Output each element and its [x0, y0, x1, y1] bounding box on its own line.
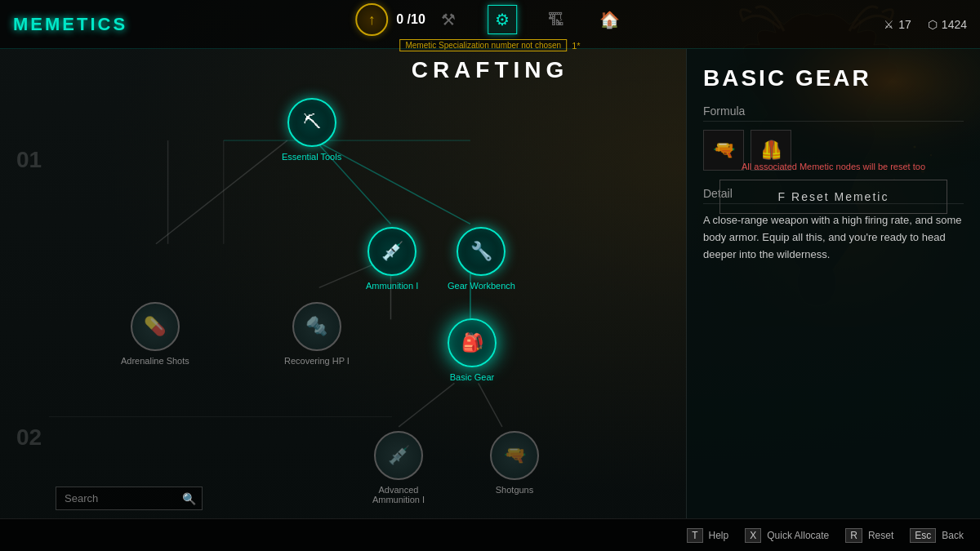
action-help[interactable]: T Help — [687, 528, 728, 543]
action-quick-allocate[interactable]: X Quick Allocate — [745, 528, 829, 543]
svg-line-15 — [399, 383, 454, 427]
node-circle-advanced-ammo: 💉 — [374, 431, 423, 480]
node-adrenaline-shots[interactable]: 💊 Adrenaline Shots — [121, 302, 189, 366]
svg-line-10 — [156, 140, 287, 244]
node-basic-gear[interactable]: 🎒 Basic Gear — [448, 318, 497, 382]
reset-key: R — [845, 528, 862, 543]
node-circle-gear-workbench: 🔧 — [457, 227, 506, 276]
spec-icon: ↑ — [355, 3, 388, 36]
top-bar: MEMETICS ↑ 0 /10 ⚒ ⚙ 🏗 🏠 Memetic Special… — [0, 0, 980, 49]
resource-crafting: ⬡ 1424 — [928, 18, 967, 31]
node-label-gear-workbench: Gear Workbench — [448, 281, 515, 291]
back-key: Esc — [910, 528, 936, 543]
tab-icons: ⚒ ⚙ 🏗 🏠 — [434, 5, 625, 34]
right-panel: BASIC GEAR Formula 🔫 🦺 Detail A close-ra… — [686, 49, 980, 518]
node-circle-essential-tools: ⛏ — [287, 98, 336, 147]
spec-warning: Memetic Specialization number not chosen — [399, 39, 567, 51]
help-key: T — [687, 528, 702, 543]
node-circle-recovering: 🔩 — [292, 302, 341, 351]
node-gear-workbench[interactable]: 🔧 Gear Workbench — [448, 227, 515, 291]
main-content: 01 02 ⛏ Essential Tools — [0, 49, 686, 518]
search-icon: 🔍 — [182, 492, 196, 505]
node-label-basic-gear: Basic Gear — [450, 372, 494, 382]
reset-warning: All associated Memetic nodes will be res… — [719, 162, 947, 171]
node-label-adrenaline: Adrenaline Shots — [121, 356, 189, 366]
node-circle-ammunition-1: 💉 — [368, 227, 416, 276]
node-essential-tools[interactable]: ⛏ Essential Tools — [282, 98, 341, 162]
weapon-count: 17 — [898, 18, 911, 31]
top-right: ⚔ 17 ⬡ 1424 — [884, 18, 967, 31]
search-bar[interactable]: 🔍 — [56, 487, 203, 510]
svg-line-16 — [479, 383, 502, 427]
node-label-advanced-ammo: Advanced Ammunition I — [366, 485, 431, 504]
tab-tools[interactable]: ⚒ — [434, 5, 463, 34]
panel-title: BASIC GEAR — [703, 65, 964, 91]
reset-button[interactable]: F Reset Memetic — [719, 180, 947, 214]
back-label: Back — [942, 530, 964, 541]
node-label-ammunition-1: Ammunition I — [366, 281, 418, 291]
row-label-01: 01 — [16, 147, 42, 173]
spec-counter: 0 /10 — [396, 12, 425, 27]
row-divider — [49, 416, 392, 417]
action-back[interactable]: Esc Back — [910, 528, 964, 543]
node-circle-shotguns: 🔫 — [490, 431, 539, 480]
top-center: ↑ 0 /10 ⚒ ⚙ 🏗 🏠 Memetic Specialization n… — [355, 3, 625, 51]
tree-connectors — [0, 49, 686, 518]
node-shotguns[interactable]: 🔫 Shotguns — [490, 431, 539, 495]
spec-badge: 1* — [572, 41, 580, 51]
formula-label: Formula — [703, 104, 964, 122]
bottom-bar: T Help X Quick Allocate R Reset Esc Back — [0, 518, 980, 551]
quick-allocate-key: X — [745, 528, 761, 543]
detail-text: A close-range weapon with a high firing … — [703, 212, 964, 263]
weapon-icon: ⚔ — [884, 18, 894, 31]
node-circle-basic-gear: 🎒 — [448, 318, 497, 367]
tab-crafting[interactable]: ⚙ — [488, 5, 517, 34]
tab-build[interactable]: 🏗 — [541, 5, 571, 34]
resource-weapons: ⚔ 17 — [884, 18, 911, 31]
page-title: CRAFTING — [412, 57, 569, 83]
search-input[interactable] — [56, 487, 203, 510]
reset-label: Reset — [868, 530, 893, 541]
reset-section: All associated Memetic nodes will be res… — [719, 162, 947, 214]
node-ammunition-1[interactable]: 💉 Ammunition I — [366, 227, 418, 291]
node-circle-adrenaline: 💊 — [131, 302, 180, 351]
node-label-essential-tools: Essential Tools — [282, 152, 341, 162]
help-label: Help — [709, 530, 729, 541]
tab-other[interactable]: 🏠 — [595, 5, 625, 34]
node-label-recovering: Recovering HP I — [284, 356, 350, 366]
crafting-icon: ⬡ — [928, 18, 938, 31]
node-advanced-ammo[interactable]: 💉 Advanced Ammunition I — [366, 431, 431, 504]
node-label-shotguns: Shotguns — [496, 485, 533, 495]
crafting-count: 1424 — [942, 18, 967, 31]
app-title: MEMETICS — [13, 14, 127, 35]
action-reset[interactable]: R Reset — [845, 528, 893, 543]
node-recovering-hp[interactable]: 🔩 Recovering HP I — [284, 302, 350, 366]
row-label-02: 02 — [16, 424, 42, 451]
quick-allocate-label: Quick Allocate — [767, 530, 829, 541]
